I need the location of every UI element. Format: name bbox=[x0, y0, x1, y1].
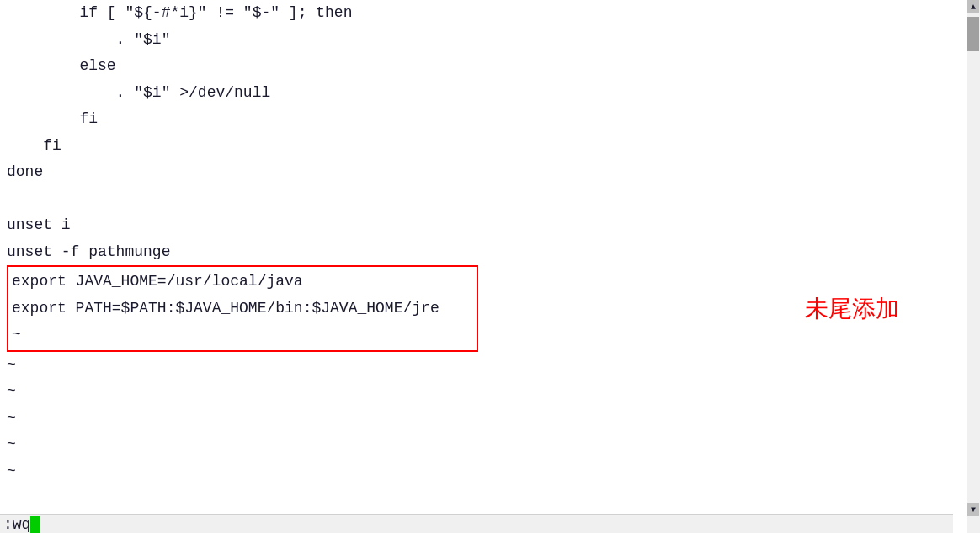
annotation-label: 未尾添加 bbox=[805, 293, 899, 325]
code-line-export-path: export PATH=$PATH:$JAVA_HOME/bin:$JAVA_H… bbox=[12, 296, 473, 322]
code-line-1: if [ "${-#*i}" != "$-" ]; then bbox=[7, 0, 967, 27]
vim-command-text: :wq bbox=[3, 516, 30, 533]
scroll-down-button[interactable]: ▼ bbox=[967, 503, 979, 516]
highlighted-export-block: export JAVA_HOME=/usr/local/java export … bbox=[7, 265, 478, 352]
code-line-10: unset -f pathmunge bbox=[7, 239, 967, 266]
vim-command-line: :wq bbox=[0, 514, 953, 533]
code-line-tilde-4: ~ bbox=[7, 431, 967, 458]
code-editor[interactable]: if [ "${-#*i}" != "$-" ]; then . "$i" el… bbox=[0, 0, 967, 533]
scroll-up-button[interactable]: ▲ bbox=[967, 0, 979, 13]
code-line-tilde-5: ~ bbox=[7, 458, 967, 485]
code-line-export-java-home: export JAVA_HOME=/usr/local/java bbox=[12, 269, 473, 296]
vim-cursor bbox=[30, 516, 40, 533]
code-line-6: fi bbox=[7, 133, 967, 160]
code-line-tilde-2: ~ bbox=[7, 378, 967, 405]
code-line-tilde-3: ~ bbox=[7, 405, 967, 432]
scroll-thumb[interactable] bbox=[967, 17, 979, 51]
vertical-scrollbar[interactable]: ▲ ▼ bbox=[967, 0, 980, 533]
code-line-9: unset i bbox=[7, 212, 967, 239]
code-line-2: . "$i" bbox=[7, 27, 967, 54]
code-line-5: fi bbox=[7, 106, 967, 133]
code-line-tilde-1: ~ bbox=[7, 352, 967, 379]
code-line-8 bbox=[7, 186, 967, 213]
code-line-3: else bbox=[7, 53, 967, 80]
code-line-tilde-in-box: ~ bbox=[12, 322, 473, 349]
code-line-4: . "$i" >/dev/null bbox=[7, 80, 967, 107]
code-line-7: done bbox=[7, 159, 967, 186]
editor-window: if [ "${-#*i}" != "$-" ]; then . "$i" el… bbox=[0, 0, 980, 533]
